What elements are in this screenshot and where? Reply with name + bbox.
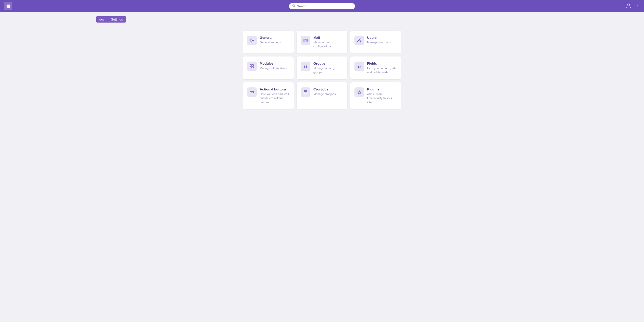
- card-general[interactable]: GeneralGeneral settings: [243, 31, 294, 53]
- users-icon: [354, 36, 364, 45]
- card-actional-buttons-title: Actional buttons: [260, 87, 290, 91]
- card-general-title: General: [260, 36, 281, 40]
- svg-point-2: [628, 4, 630, 6]
- svg-rect-12: [252, 67, 254, 68]
- svg-point-5: [637, 7, 638, 7]
- card-groups-text: GroupsManage security groups: [313, 62, 343, 74]
- svg-point-3: [637, 4, 638, 4]
- card-cronjobs-title: Cronjobs: [313, 87, 336, 91]
- card-general-text: GeneralGeneral settings: [260, 36, 281, 44]
- card-cronjobs-description: Manage cronjobs: [313, 92, 336, 96]
- card-modules-title: Modules: [260, 62, 287, 65]
- svg-point-8: [358, 39, 359, 41]
- card-fields-description: Here you can add, edit and delete fields: [367, 66, 397, 74]
- card-plugins-text: PluginsAdd custom functionality to your …: [367, 87, 397, 104]
- more-icon[interactable]: [634, 3, 640, 10]
- card-general-description: General settings: [260, 40, 281, 44]
- breadcrumb: doc Settings: [96, 16, 126, 23]
- card-actional-buttons-text: Actional buttonsHere you can add, edit a…: [260, 87, 290, 104]
- card-actional-buttons[interactable]: Actional buttonsHere you can add, edit a…: [243, 82, 294, 109]
- card-users-description: Manage site users: [367, 40, 391, 44]
- card-plugins-title: Plugins: [367, 87, 397, 91]
- mail-icon: [301, 36, 310, 45]
- svg-rect-10: [252, 65, 254, 66]
- card-users-title: Users: [367, 36, 391, 40]
- svg-point-14: [305, 67, 306, 67]
- svg-rect-7: [304, 39, 307, 42]
- breadcrumb-settings[interactable]: Settings: [108, 16, 126, 23]
- breadcrumb-doc[interactable]: doc: [96, 16, 108, 23]
- svg-point-4: [637, 5, 638, 6]
- card-groups-title: Groups: [313, 62, 343, 65]
- svg-rect-11: [250, 67, 252, 68]
- card-mail[interactable]: MailManage mail configurations: [297, 31, 347, 53]
- topnav-center: [289, 3, 355, 9]
- plugins-icon: [354, 87, 364, 97]
- svg-text:Tr: Tr: [357, 65, 361, 68]
- svg-point-20: [305, 91, 305, 91]
- card-mail-description: Manage mail configurations: [313, 40, 343, 48]
- topnav-left: [4, 2, 12, 10]
- search-icon: [292, 4, 295, 8]
- card-mail-title: Mail: [313, 36, 343, 40]
- main-content: GeneralGeneral settingsMailManage mail c…: [0, 23, 644, 118]
- topnav: [0, 0, 644, 12]
- logo[interactable]: [4, 2, 12, 10]
- modules-icon: [247, 62, 257, 71]
- card-mail-text: MailManage mail configurations: [313, 36, 343, 48]
- search-input[interactable]: [297, 4, 352, 8]
- card-fields-text: FieldsHere you can add, edit and delete …: [367, 62, 397, 74]
- user-icon[interactable]: [626, 3, 631, 10]
- card-modules-description: Manage site modules: [260, 66, 287, 70]
- card-groups[interactable]: GroupsManage security groups: [297, 56, 347, 79]
- card-groups-description: Manage security groups: [313, 66, 343, 74]
- svg-point-21: [306, 91, 306, 91]
- search-bar: [289, 3, 355, 9]
- card-fields[interactable]: TrFieldsHere you can add, edit and delet…: [350, 56, 401, 79]
- page-header: doc Settings: [0, 12, 644, 23]
- general-icon: [247, 36, 257, 45]
- actional-buttons-icon: [247, 87, 257, 97]
- cards-grid: GeneralGeneral settingsMailManage mail c…: [243, 31, 401, 109]
- card-actional-buttons-description: Here you can add, edit and delete action…: [260, 92, 290, 104]
- card-modules-text: ModulesManage site modules: [260, 62, 287, 70]
- card-plugins[interactable]: PluginsAdd custom functionality to your …: [350, 82, 401, 109]
- card-users[interactable]: UsersManage site users: [350, 31, 401, 53]
- groups-icon: [301, 62, 310, 71]
- fields-icon: Tr: [354, 62, 364, 71]
- topnav-right: [626, 3, 640, 10]
- cronjobs-icon: [301, 87, 310, 97]
- svg-point-6: [251, 40, 253, 41]
- svg-line-1: [294, 6, 295, 7]
- card-plugins-description: Add custom functionality to your site: [367, 92, 397, 104]
- card-users-text: UsersManage site users: [367, 36, 391, 44]
- card-modules[interactable]: ModulesManage site modules: [243, 56, 294, 79]
- card-cronjobs-text: CronjobsManage cronjobs: [313, 87, 336, 96]
- card-fields-title: Fields: [367, 62, 397, 65]
- card-cronjobs[interactable]: CronjobsManage cronjobs: [297, 82, 347, 109]
- svg-rect-9: [250, 65, 252, 66]
